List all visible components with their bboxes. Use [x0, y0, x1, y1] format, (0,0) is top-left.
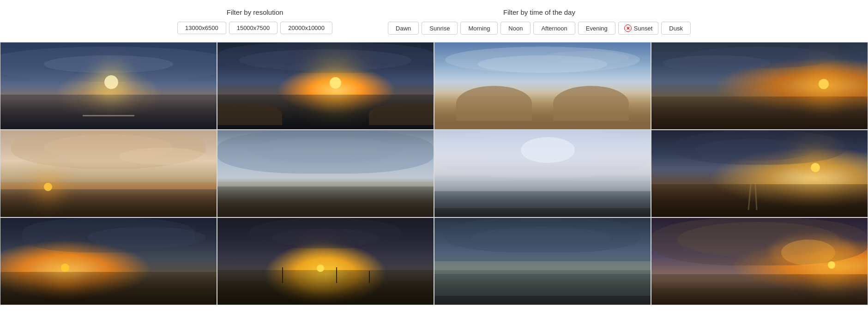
resolution-filter-group: Filter by resolution 13000x6500 15000x75…: [177, 8, 332, 34]
resolution-filter-buttons: 13000x6500 15000x7500 20000x10000: [177, 22, 332, 34]
top-bar: Filter by resolution 13000x6500 15000x75…: [0, 0, 868, 42]
grid-item-4[interactable]: [651, 42, 868, 130]
grid-item-6[interactable]: [217, 130, 434, 217]
tod-btn-noon[interactable]: Noon: [500, 22, 530, 35]
time-of-day-filter-label: Filter by time of the day: [503, 8, 575, 16]
grid-item-7[interactable]: [434, 130, 651, 217]
grid-item-1[interactable]: [0, 42, 217, 130]
resolution-btn-20000[interactable]: 20000x10000: [280, 22, 332, 34]
grid-item-9[interactable]: [0, 217, 217, 305]
grid-item-2[interactable]: [217, 42, 434, 130]
grid-item-3[interactable]: [434, 42, 651, 130]
image-grid: [0, 42, 868, 305]
grid-item-5[interactable]: [0, 130, 217, 217]
sunset-label: Sunset: [634, 25, 652, 32]
tod-btn-morning[interactable]: Morning: [460, 22, 498, 35]
tod-btn-sunset[interactable]: ✕ Sunset: [618, 22, 658, 35]
tod-btn-evening[interactable]: Evening: [578, 22, 615, 35]
grid-item-8[interactable]: [651, 130, 868, 217]
tod-btn-afternoon[interactable]: Afternoon: [533, 22, 575, 35]
resolution-btn-15000[interactable]: 15000x7500: [229, 22, 278, 34]
time-of-day-filter-group: Filter by time of the day Dawn Sunrise M…: [388, 8, 691, 35]
sunset-remove-icon[interactable]: ✕: [624, 24, 632, 32]
grid-item-12[interactable]: [651, 217, 868, 305]
tod-btn-sunrise[interactable]: Sunrise: [422, 22, 458, 35]
resolution-filter-label: Filter by resolution: [227, 8, 283, 16]
grid-item-11[interactable]: [434, 217, 651, 305]
tod-btn-dusk[interactable]: Dusk: [661, 22, 691, 35]
grid-item-10[interactable]: [217, 217, 434, 305]
time-of-day-filter-buttons: Dawn Sunrise Morning Noon Afternoon Even…: [388, 22, 691, 35]
resolution-btn-13000[interactable]: 13000x6500: [177, 22, 226, 34]
tod-btn-dawn[interactable]: Dawn: [388, 22, 419, 35]
